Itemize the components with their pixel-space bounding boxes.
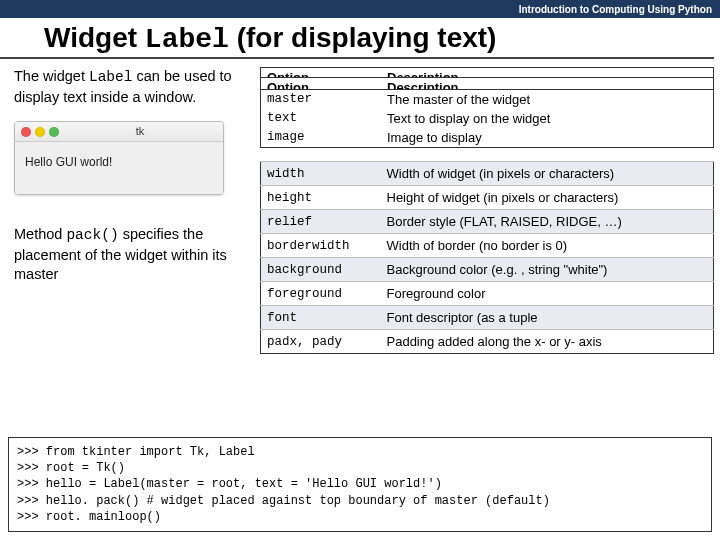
mini-window-title: tk: [63, 124, 217, 139]
table-row: widthWidth of widget (in pixels or chara…: [261, 162, 714, 186]
method-prefix: Method: [14, 226, 66, 242]
table-row: padx, padyPadding added along the x- or …: [261, 330, 714, 354]
cell-description: Width of border (no border is 0): [381, 234, 714, 258]
cell-option: background: [261, 258, 381, 282]
title-prefix: Widget: [44, 22, 145, 53]
cell-description: Text to display on the widget: [381, 109, 713, 128]
left-column: The widget Label can be used to display …: [14, 67, 252, 354]
cell-option: width: [261, 162, 381, 186]
cell-description: Height of widget (in pixels or character…: [381, 186, 714, 210]
table-row: heightHeight of widget (in pixels or cha…: [261, 186, 714, 210]
table-row: borderwidthWidth of border (no border is…: [261, 234, 714, 258]
minimize-icon: [35, 127, 45, 137]
cell-description: Background color (e.g. , string "white"): [381, 258, 714, 282]
mini-window-titlebar: tk: [15, 122, 223, 142]
method-code: pack(): [66, 227, 118, 243]
table-row: backgroundBackground color (e.g. , strin…: [261, 258, 714, 282]
code-example: >>> from tkinter import Tk, Label >>> ro…: [8, 437, 712, 532]
cell-option: relief: [261, 210, 381, 234]
cell-option: padx, pady: [261, 330, 381, 354]
cell-option: text: [261, 109, 381, 128]
cell-description: Image to display: [381, 128, 713, 147]
table-row: foregroundForeground color: [261, 282, 714, 306]
overlay-tables: Option Description Option Description ma…: [260, 67, 714, 161]
right-column: Option Description Option Description ma…: [260, 67, 714, 354]
intro-paragraph: The widget Label can be used to display …: [14, 67, 252, 107]
cell-option: master: [261, 90, 381, 109]
intro-code: Label: [89, 69, 133, 85]
intro-prefix: The widget: [14, 68, 89, 84]
course-header: Introduction to Computing Using Python: [0, 0, 720, 18]
title-suffix: (for displaying text): [229, 22, 497, 53]
cell-description: The master of the widget: [381, 90, 713, 109]
mini-window: tk Hello GUI world!: [14, 121, 224, 195]
cell-description: Font descriptor (as a tuple: [381, 306, 714, 330]
zoom-icon: [49, 127, 59, 137]
mini-window-body: Hello GUI world!: [15, 142, 223, 194]
close-icon: [21, 127, 31, 137]
options-table: widthWidth of widget (in pixels or chara…: [260, 161, 714, 354]
table-row: reliefBorder style (FLAT, RAISED, RIDGE,…: [261, 210, 714, 234]
cell-option: borderwidth: [261, 234, 381, 258]
cell-description: Padding added along the x- or y- axis: [381, 330, 714, 354]
table-row: fontFont descriptor (as a tuple: [261, 306, 714, 330]
course-header-text: Introduction to Computing Using Python: [519, 4, 712, 15]
cell-description: Foreground color: [381, 282, 714, 306]
page-title: Widget Label (for displaying text): [0, 18, 714, 59]
cell-option: image: [261, 128, 381, 147]
cell-description: Border style (FLAT, RAISED, RIDGE, …): [381, 210, 714, 234]
cell-option: height: [261, 186, 381, 210]
method-paragraph: Method pack() specifies the placement of…: [14, 225, 252, 285]
title-code: Label: [145, 24, 229, 55]
overlay-table-3: master The master of the widget text Tex…: [260, 89, 714, 148]
cell-description: Width of widget (in pixels or characters…: [381, 162, 714, 186]
cell-option: font: [261, 306, 381, 330]
cell-option: foreground: [261, 282, 381, 306]
